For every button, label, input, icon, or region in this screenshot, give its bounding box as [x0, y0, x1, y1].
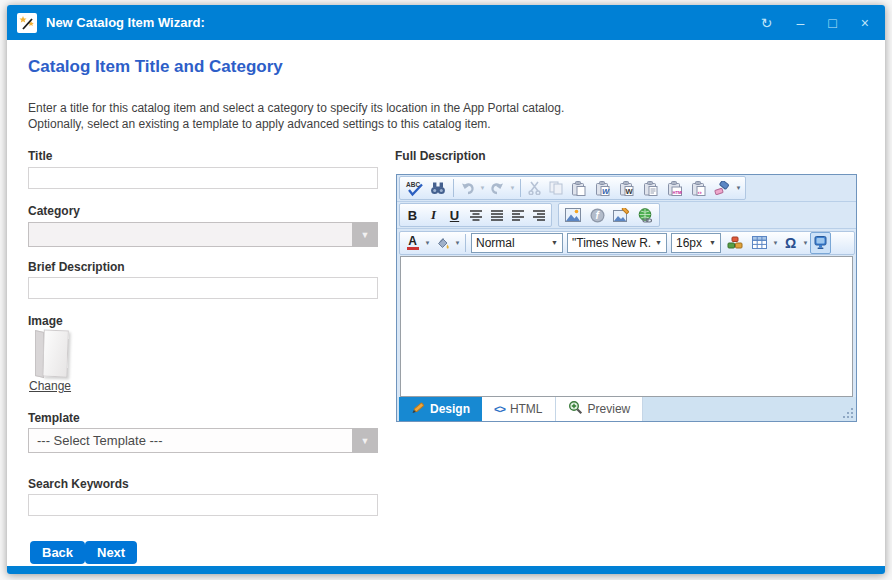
brief-description-label: Brief Description	[28, 260, 125, 274]
redo-dropdown-caret-icon	[508, 185, 517, 191]
tab-design[interactable]: Design	[399, 397, 482, 421]
editor-toolbar-row2: B I U	[397, 202, 856, 229]
refresh-icon[interactable]: ↻	[761, 16, 773, 30]
preview-magnifier-icon	[568, 400, 583, 418]
template-dropdown[interactable]: --- Select Template ---	[28, 428, 378, 453]
table-dropdown-caret-icon[interactable]	[771, 240, 780, 246]
tab-html-label: HTML	[510, 402, 543, 416]
align-right-icon[interactable]	[528, 204, 549, 226]
brief-description-input[interactable]	[28, 277, 378, 299]
catalog-item-image	[30, 327, 78, 381]
paste-as-html-icon[interactable]: HTML	[662, 177, 686, 199]
special-character-icon[interactable]: Ω	[780, 232, 801, 254]
media-manager-icon[interactable]	[810, 232, 831, 254]
paragraph-style-select[interactable]: Normal	[471, 233, 563, 253]
font-color-icon[interactable]: A	[402, 232, 423, 254]
editor-toolbar-row1: ABC	[397, 175, 856, 202]
font-name-select[interactable]: "Times New R...	[567, 233, 667, 253]
paste-plain-text-icon[interactable]	[638, 177, 662, 199]
undo-dropdown-caret-icon	[478, 185, 487, 191]
wizard-dialog: New Catalog Item Wizard: ↻ – □ × Catalog…	[7, 5, 885, 574]
format-stripper-icon[interactable]	[710, 177, 734, 199]
italic-icon[interactable]: I	[423, 204, 444, 226]
window-title: New Catalog Item Wizard:	[46, 15, 205, 30]
description-edit-area[interactable]	[400, 256, 853, 397]
paste-word-w-text: W	[602, 187, 610, 196]
justify-icon[interactable]	[486, 204, 507, 226]
next-button[interactable]: Next	[85, 541, 137, 564]
full-description-label: Full Description	[395, 149, 486, 163]
category-label: Category	[28, 204, 80, 218]
template-dropdown-arrow-icon[interactable]	[352, 428, 378, 453]
format-stripper-dropdown-caret-icon[interactable]	[734, 185, 743, 191]
paste-special-icon[interactable]: ‹›	[686, 177, 710, 199]
svg-text:W: W	[625, 187, 633, 196]
undo-icon	[457, 177, 478, 199]
cut-icon	[524, 177, 545, 199]
bold-icon[interactable]: B	[402, 204, 423, 226]
wizard-app-icon	[17, 13, 37, 33]
category-dropdown-arrow-icon[interactable]	[352, 222, 378, 247]
rich-text-editor: ABC	[396, 174, 857, 422]
search-keywords-input[interactable]	[28, 494, 378, 516]
tab-html[interactable]: <> HTML	[482, 397, 556, 421]
design-pencil-icon	[411, 401, 425, 417]
editor-toolbar-row3: A Normal "Times New R... 16px	[397, 229, 856, 256]
align-center-icon[interactable]	[465, 204, 486, 226]
page-description: Enter a title for this catalog item and …	[28, 100, 564, 132]
maximize-icon[interactable]: □	[828, 16, 836, 30]
svg-text:‹›: ‹›	[697, 188, 701, 194]
paste-html-text: HTML	[672, 189, 682, 194]
title-bar: New Catalog Item Wizard: ↻ – □ ×	[7, 5, 885, 40]
redo-icon	[487, 177, 508, 199]
html-code-icon: <>	[494, 403, 505, 415]
paste-from-word-icon[interactable]: W	[590, 177, 614, 199]
template-label: Template	[28, 411, 80, 425]
category-value	[28, 222, 352, 247]
change-image-link[interactable]: Change	[29, 379, 71, 393]
editor-mode-tabbar: Design <> HTML Preview	[397, 397, 856, 421]
paste-from-word-strip-font-icon[interactable]: W	[614, 177, 638, 199]
tab-preview-label: Preview	[588, 402, 631, 416]
font-color-dropdown-caret-icon[interactable]	[423, 240, 432, 246]
minimize-icon[interactable]: –	[797, 16, 805, 30]
align-left-icon[interactable]	[507, 204, 528, 226]
insert-table-icon[interactable]	[747, 232, 771, 254]
css-class-blocks-icon[interactable]	[723, 232, 747, 254]
insert-image-icon[interactable]	[561, 204, 585, 226]
highlight-dropdown-caret-icon[interactable]	[453, 240, 462, 246]
spell-check-icon[interactable]: ABC	[402, 177, 426, 199]
underline-icon[interactable]: U	[444, 204, 465, 226]
copy-icon	[545, 177, 566, 199]
flash-manager-icon[interactable]: f	[585, 204, 609, 226]
template-value: --- Select Template ---	[28, 428, 352, 453]
window-bottom-border	[7, 566, 885, 574]
close-icon[interactable]: ×	[861, 16, 869, 30]
page-title: Catalog Item Title and Category	[28, 57, 283, 77]
image-label: Image	[28, 314, 63, 328]
title-input[interactable]	[28, 167, 378, 189]
font-size-select[interactable]: 16px	[671, 233, 721, 253]
hyperlink-manager-icon[interactable]	[633, 204, 657, 226]
description-line1: Enter a title for this catalog item and …	[28, 100, 564, 116]
back-button[interactable]: Back	[30, 541, 85, 564]
title-label: Title	[28, 149, 52, 163]
paste-icon[interactable]	[566, 177, 590, 199]
omega-dropdown-caret-icon[interactable]	[801, 240, 810, 246]
category-dropdown[interactable]	[28, 222, 378, 247]
tab-design-label: Design	[430, 402, 470, 416]
description-line2: Optionally, select an existing a templat…	[28, 116, 564, 132]
search-keywords-label: Search Keywords	[28, 477, 129, 491]
image-editor-icon[interactable]	[609, 204, 633, 226]
tab-preview[interactable]: Preview	[556, 397, 644, 421]
resize-grip[interactable]	[843, 408, 853, 418]
highlight-color-icon[interactable]	[432, 232, 453, 254]
find-icon[interactable]	[426, 177, 450, 199]
